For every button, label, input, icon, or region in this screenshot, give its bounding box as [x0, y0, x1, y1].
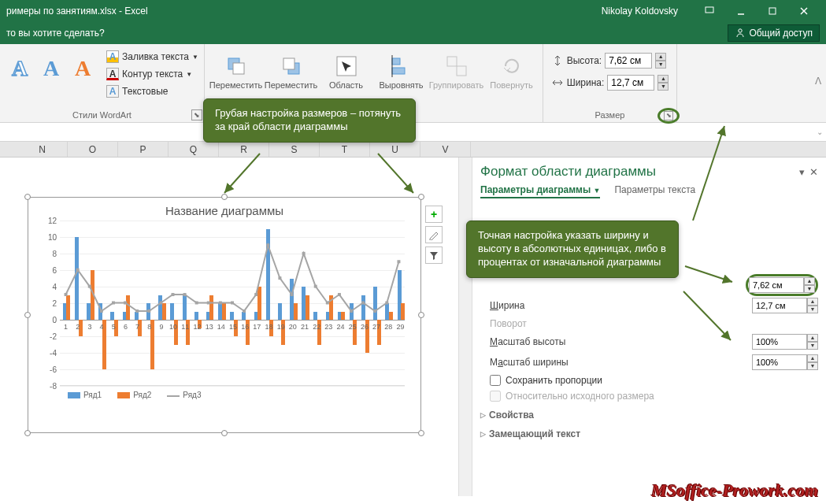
col-header[interactable]: S: [269, 142, 320, 157]
wordart-style-blue[interactable]: A: [37, 49, 65, 88]
resize-handle[interactable]: [24, 430, 31, 436]
pane-dropdown-icon[interactable]: ▾: [799, 166, 805, 178]
pane-close-icon[interactable]: ✕: [809, 166, 818, 178]
rotate-label: Поворот: [490, 318, 818, 329]
svg-rect-25: [171, 293, 174, 296]
align-button[interactable]: Выровнять: [378, 54, 425, 90]
resize-handle[interactable]: [418, 312, 424, 318]
text-effects-button[interactable]: AТекстовые: [106, 83, 198, 99]
group-button: Группировать: [433, 54, 480, 90]
chart-add-element-button[interactable]: +: [425, 206, 443, 223]
col-header[interactable]: N: [17, 142, 68, 157]
svg-rect-21: [124, 302, 127, 305]
chart-plot-area[interactable]: -8-6-4-202468101212345678910111213141516…: [60, 220, 405, 386]
svg-point-5: [739, 29, 742, 32]
minimize-icon[interactable]: [725, 0, 757, 22]
svg-rect-23: [147, 309, 150, 313]
share-button[interactable]: Общий доступ: [728, 24, 820, 42]
svg-rect-27: [195, 302, 198, 305]
svg-rect-32: [254, 293, 257, 296]
chart-title[interactable]: Название диаграммы: [28, 198, 420, 220]
height-spinner[interactable]: ▲▼: [655, 53, 666, 69]
ribbon-group-wordart: A A A AЗаливка текста ▼ AКонтур текста ▼…: [0, 44, 205, 122]
callout-rough: Грубая настройка размеров – потянуть за …: [203, 98, 416, 143]
resize-handle[interactable]: [24, 312, 31, 318]
pane-scale-w-input[interactable]: [752, 354, 807, 370]
size-launcher-circled[interactable]: ⬊: [657, 108, 680, 124]
lock-ratio-checkbox[interactable]: [490, 375, 501, 386]
ribbon-group-size: Высота: ▲▼ Ширина: ▲▼ Размер ⬊: [543, 44, 677, 122]
ribbon-collapse-icon[interactable]: ᐱ: [815, 76, 821, 87]
col-header[interactable]: R: [219, 142, 269, 157]
chart-styles-button[interactable]: [425, 226, 443, 243]
pane-height-circled: ▲▼: [746, 274, 818, 296]
resize-handle[interactable]: [24, 194, 31, 200]
ribbon-options-icon[interactable]: [694, 0, 725, 22]
svg-rect-24: [159, 302, 162, 305]
height-input[interactable]: [605, 53, 652, 69]
tab-text-options[interactable]: Параметры текста: [614, 184, 695, 198]
svg-rect-26: [183, 293, 187, 296]
svg-rect-38: [326, 302, 329, 305]
svg-rect-35: [291, 293, 294, 296]
pane-width-input[interactable]: [752, 298, 807, 313]
maximize-icon[interactable]: [757, 0, 788, 22]
callout-precise: Точная настройка указать ширину и высоту…: [466, 220, 679, 278]
pane-section-properties[interactable]: ▷Свойства: [480, 410, 818, 421]
col-header[interactable]: P: [118, 142, 169, 157]
wordart-style-outline[interactable]: A: [6, 49, 34, 88]
group-label-size: Размер: [595, 108, 625, 122]
svg-rect-40: [350, 309, 353, 313]
width-input[interactable]: [607, 75, 654, 91]
column-headers[interactable]: N O P Q R S T U V: [0, 142, 826, 158]
close-icon[interactable]: [788, 0, 820, 22]
chart-object[interactable]: Название диаграммы -8-6-4-20246810121234…: [28, 197, 421, 433]
text-fill-button[interactable]: AЗаливка текста ▼: [106, 49, 198, 65]
group-label-wordart: Стили WordArt: [72, 108, 131, 122]
chart-legend[interactable]: Ряд1 Ряд2 Ряд3: [28, 386, 420, 399]
col-header[interactable]: Q: [169, 142, 219, 157]
svg-rect-41: [361, 302, 365, 305]
resize-handle[interactable]: [418, 194, 424, 200]
chart-filter-button[interactable]: [425, 246, 443, 264]
resize-handle[interactable]: [221, 194, 228, 200]
wordart-launcher-icon[interactable]: ⬊: [191, 109, 202, 120]
bring-forward-button[interactable]: Переместить: [213, 54, 260, 90]
svg-rect-2: [769, 8, 776, 14]
svg-rect-9: [283, 58, 294, 69]
pane-height-input[interactable]: [749, 277, 804, 293]
send-backward-button[interactable]: Переместить: [268, 54, 315, 90]
col-header[interactable]: O: [68, 142, 118, 157]
svg-rect-20: [112, 302, 115, 305]
vertical-scrollbar[interactable]: [458, 158, 472, 496]
width-spinner[interactable]: ▲▼: [657, 75, 669, 91]
svg-rect-28: [207, 302, 210, 305]
svg-rect-11: [392, 58, 400, 65]
height-icon: [551, 54, 564, 67]
width-label: Ширина:: [567, 77, 605, 88]
wordart-style-orange[interactable]: A: [69, 49, 97, 88]
width-icon: [551, 76, 564, 89]
text-outline-button[interactable]: AКонтур текста ▼: [106, 66, 198, 82]
pane-scale-h-spinner[interactable]: ▲▼: [807, 334, 818, 350]
selection-pane-button[interactable]: Область: [323, 54, 370, 90]
resize-handle[interactable]: [221, 430, 228, 436]
col-header[interactable]: U: [370, 142, 420, 157]
pane-tabs: Параметры диаграммы ▼ Параметры текста: [480, 184, 818, 198]
tellme-text[interactable]: то вы хотите сделать?: [6, 28, 105, 39]
worksheet-area[interactable]: Название диаграммы -8-6-4-20246810121234…: [0, 158, 458, 496]
pane-scale-h-input[interactable]: [752, 334, 807, 350]
resize-handle[interactable]: [418, 430, 424, 436]
col-header[interactable]: V: [420, 142, 471, 157]
svg-rect-12: [392, 68, 405, 74]
pane-scale-w-spinner[interactable]: ▲▼: [807, 354, 818, 370]
pane-section-alttext[interactable]: ▷Замещающий текст: [480, 428, 818, 439]
formula-collapse-icon[interactable]: ⌄: [817, 128, 823, 136]
col-header[interactable]: T: [320, 142, 370, 157]
svg-rect-7: [233, 63, 244, 74]
tab-chart-options[interactable]: Параметры диаграммы ▼: [480, 184, 600, 198]
pane-width-spinner[interactable]: ▲▼: [807, 298, 818, 313]
watermark: MSoffice-Prowork.com: [651, 480, 818, 501]
svg-rect-14: [447, 57, 457, 66]
svg-rect-33: [266, 243, 269, 246]
